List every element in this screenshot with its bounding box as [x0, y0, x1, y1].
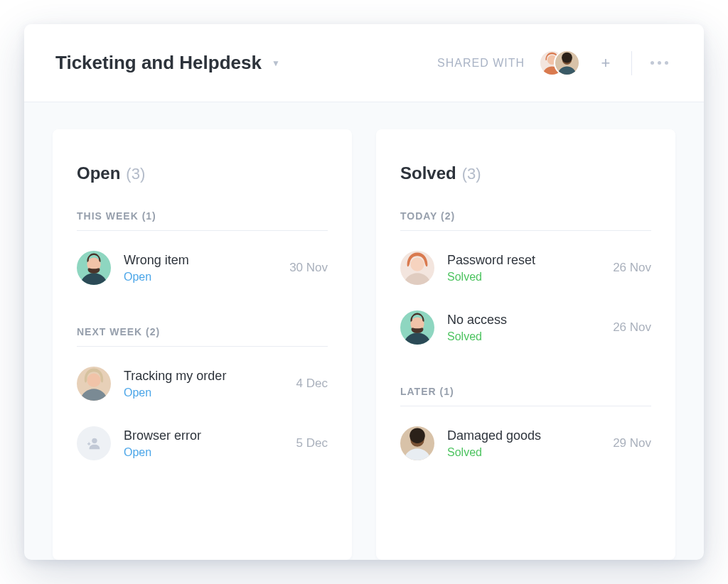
dot-icon: [658, 61, 661, 65]
ticket-body: Tracking my order Open: [124, 369, 296, 399]
ticket-title: Password reset: [447, 253, 613, 268]
add-share-button[interactable]: +: [594, 52, 617, 75]
header: Ticketing and Helpdesk ▼ SHARED WITH +: [24, 24, 704, 102]
column-header: Solved (3): [400, 163, 651, 183]
ticket-title: Browser error: [124, 428, 296, 443]
ticket-row[interactable]: Damaged goods Solved 29 Nov: [400, 413, 651, 473]
unassigned-avatar-icon: [77, 426, 111, 460]
ticket-title: Tracking my order: [124, 369, 296, 384]
column-count: (3): [462, 165, 481, 183]
ticket-body: Wrong item Open: [124, 253, 289, 283]
svg-point-4: [87, 374, 100, 387]
section-label: TODAY (2): [400, 210, 651, 231]
header-right: SHARED WITH +: [437, 50, 673, 76]
avatar: [77, 367, 111, 401]
ticket-status: Solved: [447, 330, 613, 343]
ticket-body: Browser error Open: [124, 428, 296, 459]
ticket-body: Damaged goods Solved: [447, 428, 613, 459]
ticket-row[interactable]: Wrong item Open 30 Nov: [77, 238, 328, 298]
column-open: Open (3) THIS WEEK (1) Wrong item Open 3…: [53, 129, 352, 560]
section-label: LATER (1): [400, 386, 651, 406]
ticket-status: Solved: [447, 271, 613, 283]
ticket-status: Open: [124, 271, 289, 283]
svg-rect-7: [88, 442, 89, 445]
ticket-row[interactable]: Tracking my order Open 4 Dec: [77, 354, 328, 413]
svg-point-5: [92, 438, 97, 443]
shared-with-label: SHARED WITH: [437, 57, 525, 70]
column-count: (3): [126, 165, 145, 183]
ticket-date: 30 Nov: [289, 261, 328, 275]
board: Open (3) THIS WEEK (1) Wrong item Open 3…: [24, 102, 704, 560]
svg-point-8: [410, 258, 424, 271]
app-window: Ticketing and Helpdesk ▼ SHARED WITH +: [24, 24, 704, 560]
shared-avatar[interactable]: [554, 50, 580, 76]
column-title: Solved: [400, 163, 456, 183]
ticket-title: Damaged goods: [447, 428, 613, 443]
ticket-date: 26 Nov: [613, 320, 651, 335]
caret-down-icon: ▼: [272, 58, 280, 68]
more-menu-button[interactable]: [646, 57, 673, 69]
board-title-dropdown[interactable]: Ticketing and Helpdesk ▼: [55, 52, 280, 74]
ticket-row[interactable]: No access Solved 26 Nov: [400, 298, 651, 357]
avatar: [400, 426, 434, 460]
ticket-row[interactable]: Browser error Open 5 Dec: [77, 413, 328, 473]
ticket-body: Password reset Solved: [447, 253, 613, 283]
section-label: NEXT WEEK (2): [77, 326, 328, 347]
ticket-date: 26 Nov: [613, 261, 651, 275]
dot-icon: [651, 61, 654, 65]
ticket-date: 4 Dec: [296, 377, 328, 391]
avatar: [400, 310, 434, 345]
svg-point-11: [410, 428, 425, 443]
column-header: Open (3): [77, 163, 328, 183]
shared-avatars: [539, 50, 580, 76]
ticket-status: Solved: [447, 446, 613, 459]
ticket-body: No access Solved: [447, 313, 613, 343]
ticket-date: 5 Dec: [296, 436, 328, 450]
avatar: [77, 251, 111, 285]
dot-icon: [665, 61, 668, 65]
column-title: Open: [77, 163, 120, 183]
column-solved: Solved (3) TODAY (2) Password reset Solv…: [376, 129, 675, 560]
ticket-row[interactable]: Password reset Solved 26 Nov: [400, 238, 651, 298]
ticket-status: Open: [124, 446, 296, 459]
divider: [631, 51, 632, 75]
board-title: Ticketing and Helpdesk: [55, 52, 262, 74]
svg-point-2: [562, 53, 572, 63]
section-label: THIS WEEK (1): [77, 210, 328, 231]
ticket-date: 29 Nov: [613, 436, 651, 450]
ticket-status: Open: [124, 386, 296, 399]
avatar: [400, 251, 434, 285]
ticket-title: Wrong item: [124, 253, 289, 268]
ticket-title: No access: [447, 313, 613, 328]
